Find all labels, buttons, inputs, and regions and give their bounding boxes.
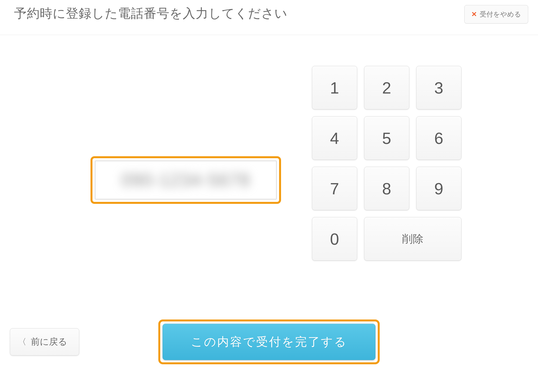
phone-display-highlight: 090-1234-5678 xyxy=(91,156,281,204)
keypad-1-button[interactable]: 1 xyxy=(312,66,357,109)
close-icon: ✕ xyxy=(471,10,477,18)
keypad-9-button[interactable]: 9 xyxy=(416,167,462,210)
complete-reception-button[interactable]: この内容で受付を完了する xyxy=(163,324,375,360)
chevron-left-icon: 〈 xyxy=(18,336,26,348)
keypad-6-button[interactable]: 6 xyxy=(416,116,462,160)
back-button[interactable]: 〈 前に戻る xyxy=(10,328,79,356)
submit-highlight: この内容で受付を完了する xyxy=(158,319,380,364)
header: 予約時に登録した電話番号を入力してください ✕ 受付をやめる xyxy=(0,0,538,35)
numeric-keypad: 1 2 3 4 5 6 7 8 9 0 削除 xyxy=(312,66,462,261)
keypad-delete-button[interactable]: 削除 xyxy=(364,217,462,261)
phone-value: 090-1234-5678 xyxy=(98,164,273,196)
keypad-4-button[interactable]: 4 xyxy=(312,116,357,160)
main-content: 090-1234-5678 1 2 3 4 5 6 7 8 9 0 削除 xyxy=(0,35,538,261)
cancel-button-label: 受付をやめる xyxy=(480,10,521,19)
back-button-label: 前に戻る xyxy=(31,336,67,348)
keypad-5-button[interactable]: 5 xyxy=(364,116,409,160)
keypad-0-button[interactable]: 0 xyxy=(312,217,357,261)
keypad-2-button[interactable]: 2 xyxy=(364,66,409,109)
phone-input-display[interactable]: 090-1234-5678 xyxy=(95,160,277,200)
page-title: 予約時に登録した電話番号を入力してください xyxy=(14,5,287,22)
cancel-reception-button[interactable]: ✕ 受付をやめる xyxy=(464,5,528,24)
phone-display-section: 090-1234-5678 xyxy=(76,66,295,261)
footer: 〈 前に戻る この内容で受付を完了する xyxy=(0,328,538,356)
keypad-7-button[interactable]: 7 xyxy=(312,167,357,210)
keypad-8-button[interactable]: 8 xyxy=(364,167,409,210)
keypad-3-button[interactable]: 3 xyxy=(416,66,462,109)
